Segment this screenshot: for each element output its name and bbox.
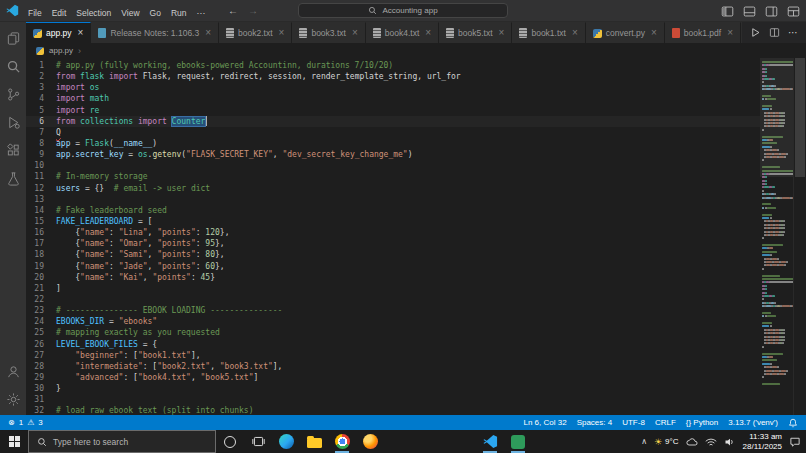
code-line[interactable]: 31 (26, 394, 760, 405)
code-line[interactable]: 22 (26, 294, 760, 305)
minimap-slider[interactable] (760, 58, 793, 177)
code-line[interactable]: 27 "beginner": ["book1.txt"], (26, 350, 760, 361)
split-editor-icon[interactable] (769, 27, 780, 38)
code-line[interactable]: 13 (26, 194, 760, 205)
notification-center-icon[interactable] (789, 436, 801, 448)
tab-book3-txt[interactable]: book3.txt× (292, 22, 365, 43)
code-line[interactable]: 29 "advanced": ["book4.txt", "book5.txt"… (26, 372, 760, 383)
breadcrumb-file[interactable]: app.py (49, 46, 73, 55)
clock[interactable]: 11:33 am 28/11/2025 (743, 432, 782, 452)
code-line[interactable]: 6from collections import Counter (26, 116, 760, 127)
tab-release-notes-1-106-3[interactable]: Release Notes: 1.106.3× (91, 22, 219, 43)
code-line[interactable]: 9app.secret_key = os.getenv("FLASK_SECRE… (26, 149, 760, 160)
eol-sequence[interactable]: CRLF (655, 418, 676, 427)
menu-selection[interactable]: Selection (71, 8, 116, 18)
code-line[interactable]: 30} (26, 383, 760, 394)
green-app-button[interactable] (504, 430, 532, 453)
run-debug-icon[interactable] (0, 108, 26, 136)
close-icon[interactable]: × (279, 28, 285, 38)
code-line[interactable]: 17 {"name": "Omar", "points": 95}, (26, 238, 760, 249)
code-line[interactable]: 7Q (26, 127, 760, 138)
close-icon[interactable]: × (352, 28, 358, 38)
edge-button[interactable] (272, 430, 300, 453)
start-button[interactable] (0, 430, 28, 453)
code-line[interactable]: 8app = Flask(__name__) (26, 138, 760, 149)
notifications-bell-icon[interactable] (788, 418, 798, 428)
menu-go[interactable]: Go (145, 8, 166, 18)
chrome-button[interactable] (328, 430, 356, 453)
firefox-button[interactable] (356, 430, 384, 453)
network-icon[interactable] (705, 437, 717, 447)
back-arrow-icon[interactable]: ← (228, 5, 238, 16)
menu-more[interactable]: ⋯ (192, 8, 211, 18)
menu-view[interactable]: View (116, 8, 144, 18)
code-line[interactable]: 4import math (26, 93, 760, 104)
close-icon[interactable]: × (425, 28, 431, 38)
file-explorer-button[interactable] (300, 430, 328, 453)
taskbar-search[interactable]: Type here to search (28, 430, 216, 453)
onedrive-cloud-icon[interactable] (686, 437, 698, 447)
indentation[interactable]: Spaces: 4 (577, 418, 613, 427)
toggle-secondary-sidebar-icon[interactable] (765, 5, 778, 18)
account-icon[interactable] (0, 357, 26, 385)
code-line[interactable]: 32# load raw ebook text (split into chun… (26, 405, 760, 415)
code-line[interactable]: 16 {"name": "Lina", "points": 120}, (26, 227, 760, 238)
cortana-button[interactable] (216, 430, 244, 453)
volume-icon[interactable] (724, 437, 736, 447)
encoding[interactable]: UTF-8 (622, 418, 645, 427)
search-sidebar-icon[interactable] (0, 52, 26, 80)
tab-book5-txt[interactable]: book5.txt× (439, 22, 512, 43)
tab-book2-txt[interactable]: book2.txt× (219, 22, 292, 43)
code-line[interactable]: 5import re (26, 105, 760, 116)
tab-convert-py[interactable]: convert.py× (586, 22, 665, 43)
close-icon[interactable]: × (78, 28, 84, 38)
extensions-icon[interactable] (0, 136, 26, 164)
settings-gear-icon[interactable] (0, 385, 26, 413)
testing-icon[interactable] (0, 164, 26, 192)
code-line[interactable]: 1# app.py (fully working, ebooks-powered… (26, 60, 760, 71)
code-line[interactable]: 14# Fake leaderboard seed (26, 205, 760, 216)
customize-layout-icon[interactable] (787, 5, 800, 18)
close-icon[interactable]: × (727, 28, 733, 38)
run-python-file-icon[interactable] (750, 27, 761, 38)
code-line[interactable]: 12users = {} # email -> user dict (26, 183, 760, 194)
menu-run[interactable]: Run (166, 8, 192, 18)
code-line[interactable]: 24EBOOKS_DIR = "ebooks" (26, 316, 760, 327)
minimap[interactable] (760, 58, 793, 415)
tab-book1-txt[interactable]: book1.txt× (512, 22, 585, 43)
scrollbar-thumb[interactable] (795, 58, 805, 177)
more-actions-icon[interactable]: ⋯ (788, 27, 798, 38)
code-line[interactable]: 28 "intermediate": ["book2.txt", "book3.… (26, 361, 760, 372)
python-interpreter[interactable]: 3.13.7 ('venv') (728, 418, 778, 427)
code-line[interactable]: 15FAKE_LEADERBOARD = [ (26, 216, 760, 227)
tab-book4-txt[interactable]: book4.txt× (366, 22, 439, 43)
task-view-button[interactable] (244, 430, 272, 453)
breadcrumb[interactable]: app.py › (26, 43, 806, 58)
code-line[interactable]: 26LEVEL_EBOOK_FILES = { (26, 339, 760, 350)
code-line[interactable]: 18 {"name": "Sami", "points": 80}, (26, 249, 760, 260)
menu-file[interactable]: File (23, 8, 47, 18)
toggle-panel-icon[interactable] (743, 5, 756, 18)
code-line[interactable]: 19 {"name": "Jade", "points": 60}, (26, 261, 760, 272)
weather-widget[interactable]: ☀ 9°C (654, 437, 679, 447)
problems-indicator[interactable]: ⊗ 1 ⚠ 3 (8, 418, 43, 427)
code-line[interactable]: 11# In-memory storage (26, 171, 760, 182)
tab-book1-pdf[interactable]: book1.pdf× (665, 22, 741, 43)
close-icon[interactable]: × (499, 28, 505, 38)
vscode-button[interactable] (476, 430, 504, 453)
close-icon[interactable]: × (205, 28, 211, 38)
code-line[interactable]: 2from flask import Flask, request, redir… (26, 71, 760, 82)
code-line[interactable]: 21] (26, 283, 760, 294)
code-line[interactable]: 23# --------------- EBOOK LOADING ------… (26, 305, 760, 316)
close-icon[interactable]: × (651, 28, 657, 38)
forward-arrow-icon[interactable]: → (248, 5, 258, 16)
menu-edit[interactable]: Edit (47, 8, 72, 18)
language-mode[interactable]: {} Python (686, 418, 718, 427)
code-line[interactable]: 20 {"name": "Kai", "points": 45} (26, 272, 760, 283)
code-line[interactable]: 25# mapping exactly as you requested (26, 327, 760, 338)
code-editor[interactable]: 1# app.py (fully working, ebooks-powered… (26, 58, 760, 415)
source-control-icon[interactable] (0, 80, 26, 108)
hidden-icons-chevron[interactable]: ∧ (641, 437, 647, 446)
code-line[interactable]: 3import os (26, 82, 760, 93)
cursor-position[interactable]: Ln 6, Col 32 (523, 418, 566, 427)
